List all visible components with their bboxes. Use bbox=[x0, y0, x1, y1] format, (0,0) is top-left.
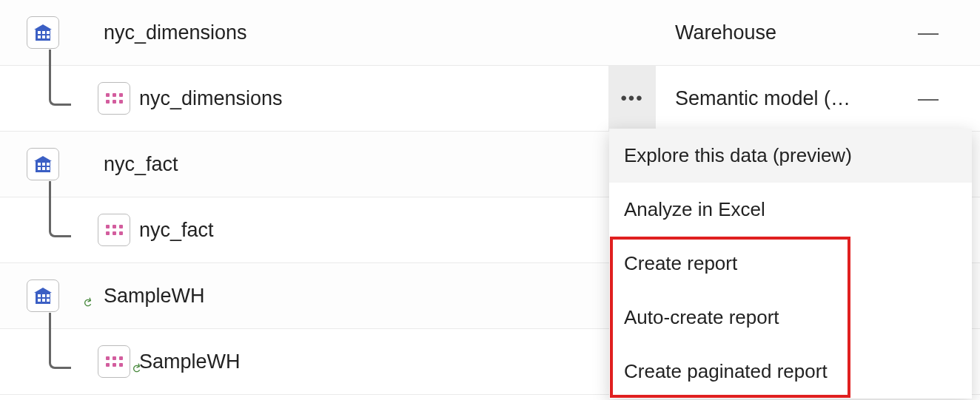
refresh-icon: ↻ bbox=[79, 296, 95, 310]
semantic-model-icon bbox=[98, 82, 130, 115]
more-options-button[interactable]: ••• bbox=[608, 66, 656, 131]
icon-cell bbox=[0, 16, 96, 49]
item-name[interactable]: SampleWH bbox=[96, 350, 603, 373]
menu-item-create-report[interactable]: Create report bbox=[609, 237, 972, 291]
warehouse-icon bbox=[27, 16, 59, 49]
icon-cell bbox=[0, 82, 96, 115]
tree-connector-icon bbox=[49, 50, 71, 106]
item-name[interactable]: nyc_dimensions bbox=[96, 87, 603, 110]
actions-cell: ••• bbox=[603, 66, 662, 131]
semantic-model-icon bbox=[98, 214, 130, 246]
endorsement-value: — bbox=[876, 87, 980, 110]
menu-item-analyze-excel[interactable]: Analyze in Excel bbox=[609, 183, 972, 237]
item-name[interactable]: nyc_fact bbox=[96, 153, 603, 176]
item-name[interactable]: nyc_dimensions bbox=[96, 21, 603, 44]
warehouse-icon bbox=[27, 279, 59, 312]
tree-connector-icon bbox=[49, 181, 71, 237]
icon-cell: ↻ bbox=[0, 345, 96, 378]
warehouse-icon bbox=[27, 148, 59, 180]
menu-item-create-paginated-report[interactable]: Create paginated report bbox=[609, 345, 972, 399]
menu-item-explore[interactable]: Explore this data (preview) bbox=[609, 129, 972, 183]
endorsement-value: — bbox=[876, 21, 980, 44]
item-name[interactable]: nyc_fact bbox=[96, 219, 603, 242]
menu-item-auto-create-report[interactable]: Auto-create report bbox=[609, 291, 972, 345]
table-row[interactable]: nyc_dimensions•••Semantic model (…— bbox=[0, 66, 980, 132]
icon-cell bbox=[0, 148, 96, 180]
item-type: Semantic model (… bbox=[662, 87, 876, 110]
item-name[interactable]: SampleWH bbox=[96, 285, 603, 308]
tree-connector-icon bbox=[49, 313, 71, 369]
semantic-model-icon bbox=[98, 345, 130, 378]
context-menu: Explore this data (preview) Analyze in E… bbox=[609, 129, 972, 399]
icon-cell bbox=[0, 214, 96, 246]
table-row[interactable]: nyc_dimensionsWarehouse— bbox=[0, 0, 980, 66]
icon-cell: ↻ bbox=[0, 279, 96, 312]
item-type: Warehouse bbox=[662, 21, 876, 44]
